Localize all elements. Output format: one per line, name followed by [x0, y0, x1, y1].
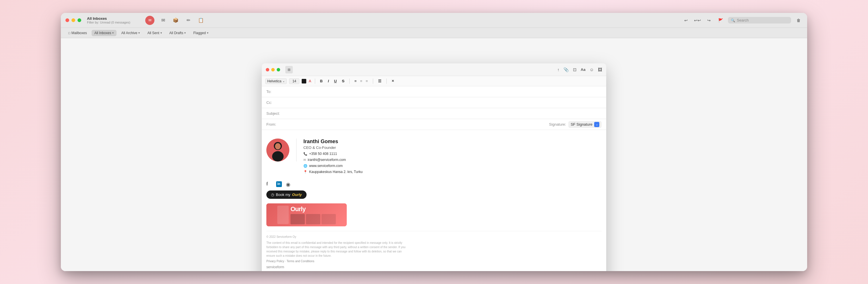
email-fields: To: Cc: Subject: From: Signature: SF Si: [262, 86, 606, 130]
reply-button[interactable]: ↩: [682, 17, 690, 24]
tab-mailboxes[interactable]: □ Mailboxes: [65, 30, 90, 36]
svg-point-2: [272, 151, 284, 161]
book-btn-text: Book my: [276, 192, 290, 197]
window-title-info: All Inboxes Filter by: Unread (0 message…: [87, 17, 130, 24]
tab-flagged-label: Flagged: [193, 31, 206, 35]
font-color-swatch[interactable]: [302, 79, 306, 84]
tab-all-drafts[interactable]: All Drafts ▾: [166, 30, 189, 36]
cc-field-row: Cc:: [262, 97, 606, 108]
footer-copyright: © 2022 Serviceform Oy: [267, 235, 410, 239]
cc-label: Cc:: [267, 100, 286, 105]
calendar-icon: ◷: [271, 192, 274, 197]
underline-button[interactable]: U: [333, 78, 338, 84]
archive-icon[interactable]: 📦: [172, 17, 180, 24]
signature-label: Signature:: [549, 122, 566, 127]
compose-minimize-btn[interactable]: [271, 68, 275, 71]
fmt-divider-1: [315, 78, 315, 84]
tab-all-inboxes-label: All Inboxes: [94, 31, 112, 35]
tab-all-drafts-arrow: ▾: [184, 31, 186, 34]
bold-button[interactable]: B: [319, 78, 324, 84]
social-icons: f in ◉: [267, 181, 601, 187]
compose-send-icon[interactable]: ↑: [557, 67, 560, 72]
align-left-button[interactable]: ≡: [353, 78, 358, 84]
compose-title-bar: ⊞ ↑ 📎 ⊡ Aa ☺ 🖼: [262, 63, 606, 76]
font-selector[interactable]: Helvetica ⌄: [265, 78, 287, 84]
tab-all-inboxes[interactable]: All Inboxes ▾: [92, 30, 117, 36]
compose-traffic-lights: [266, 68, 280, 71]
location-icon: 📍: [303, 170, 307, 174]
forward-button[interactable]: ↪: [705, 17, 713, 24]
to-input[interactable]: [286, 90, 601, 94]
from-label: From:: [267, 122, 286, 127]
close-button[interactable]: [65, 18, 69, 22]
font-size-input[interactable]: [289, 78, 299, 84]
tab-all-sent[interactable]: All Sent ▾: [144, 30, 164, 36]
compose-toolbar-right: ↑ 📎 ⊡ Aa ☺ 🖼: [557, 67, 602, 72]
signature-arrow-icon: ⌄: [594, 122, 599, 127]
globe-icon: 🌐: [303, 164, 307, 168]
signature-card: Iranthi Gomes CEO & Co-Founder 📞 +358 50…: [267, 136, 601, 177]
footer-legal: The content of this email is confidentia…: [267, 241, 410, 258]
flag-button[interactable]: 🚩: [716, 17, 724, 24]
compose-attach-icon[interactable]: 📎: [563, 67, 569, 72]
compose-window-icon: ⊞: [285, 66, 293, 73]
edit-icon[interactable]: ✏: [184, 17, 192, 24]
compose-circle-icon: ✉: [145, 16, 154, 25]
trash-button[interactable]: 🗑: [795, 17, 803, 24]
sig-email-row: ✉ iranthi@serviceform.com: [303, 158, 363, 162]
instagram-icon[interactable]: ◉: [286, 181, 291, 187]
sig-address-row: 📍 Kauppakeskus Hansa 2. krs, Turku: [303, 170, 363, 174]
compose-format-icon[interactable]: Aa: [581, 67, 586, 72]
align-buttons: ≡ ≡ ≡: [353, 78, 369, 84]
compose-image-icon[interactable]: 🖼: [598, 67, 602, 72]
search-icon: 🔍: [731, 18, 735, 22]
tab-flagged[interactable]: Flagged ▾: [190, 30, 211, 36]
sig-email: iranthi@serviceform.com: [308, 158, 346, 162]
tab-all-archive[interactable]: All Archive ▾: [118, 30, 143, 36]
strikethrough-button[interactable]: S: [340, 78, 346, 84]
sig-name: Iranthi Gomes: [303, 138, 363, 145]
book-button[interactable]: ◷ Book my Ourly: [267, 190, 307, 199]
email-body[interactable]: Iranthi Gomes CEO & Co-Founder 📞 +358 50…: [262, 130, 606, 271]
envelope-icon[interactable]: ✉: [159, 17, 167, 24]
align-right-button[interactable]: ≡: [364, 78, 369, 84]
banner-text: Ourly: [290, 206, 336, 213]
window-title: All Inboxes: [87, 17, 130, 21]
minimize-button[interactable]: [71, 18, 75, 22]
subject-input[interactable]: [286, 111, 601, 116]
sig-website: www.serviceform.com: [309, 164, 343, 168]
to-field-row: To:: [262, 86, 606, 97]
signature-selector[interactable]: SF Signature ⌄: [568, 121, 601, 128]
align-center-button[interactable]: ≡: [359, 78, 364, 84]
sig-phone: +358 50 408 1111: [309, 152, 337, 156]
reply-all-button[interactable]: ↩↩: [693, 17, 702, 24]
toolbar-right: ↩ ↩↩ ↪ 🚩 🔍 🗑: [682, 17, 803, 24]
search-bar: 🔍: [728, 17, 791, 24]
compose-maximize-btn[interactable]: [277, 68, 280, 71]
cc-input[interactable]: [286, 100, 601, 105]
maximize-button[interactable]: [78, 18, 81, 22]
tab-all-archive-label: All Archive: [121, 31, 137, 35]
italic-button[interactable]: I: [327, 78, 330, 84]
from-field-row: From: Signature: SF Signature ⌄: [262, 119, 606, 130]
search-input[interactable]: [737, 18, 788, 22]
compose-window: ⊞ ↑ 📎 ⊡ Aa ☺ 🖼 Helvetica ⌄: [262, 63, 606, 271]
mailboxes-icon: □: [68, 31, 70, 35]
sig-address: Kauppakeskus Hansa 2. krs, Turku: [309, 170, 363, 174]
facebook-icon[interactable]: f: [267, 181, 272, 187]
signature-value: SF Signature: [570, 122, 592, 127]
list-button[interactable]: ☰: [377, 78, 383, 84]
tab-mailboxes-label: Mailboxes: [71, 31, 87, 35]
footer-links[interactable]: Privacy Policy · Terms and Conditions: [267, 260, 601, 263]
compose-photo-icon[interactable]: ⊡: [573, 67, 577, 72]
compose-view-icon: ⊞: [288, 68, 290, 72]
compose-close-btn[interactable]: [266, 68, 269, 71]
font-highlight-icon[interactable]: A: [309, 79, 311, 83]
linkedin-icon[interactable]: in: [276, 181, 282, 187]
traffic-lights: [65, 18, 81, 22]
note-icon[interactable]: 📋: [197, 17, 205, 24]
footer-section: © 2022 Serviceform Oy The content of thi…: [267, 231, 601, 269]
sig-info: Iranthi Gomes CEO & Co-Founder 📞 +358 50…: [303, 138, 363, 174]
compose-emoji-icon[interactable]: ☺: [590, 67, 594, 72]
clear-format-button[interactable]: ✕: [390, 78, 396, 84]
